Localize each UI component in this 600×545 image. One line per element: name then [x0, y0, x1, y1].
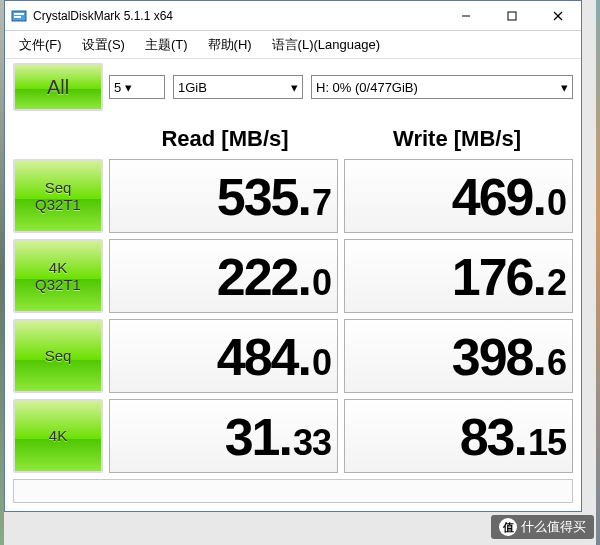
svg-rect-1 [14, 13, 24, 15]
runs-select[interactable]: 5▾ [109, 75, 165, 99]
close-button[interactable] [535, 1, 581, 31]
write-value-cell: 83.15 [344, 399, 573, 473]
test-label-line1: Seq [45, 347, 72, 364]
write-int: 176 [452, 240, 533, 314]
write-frac: 2 [547, 246, 566, 320]
size-value: 1GiB [178, 80, 207, 95]
svg-rect-4 [508, 12, 516, 20]
menu-settings[interactable]: 设置(S) [72, 33, 135, 57]
status-bar [13, 479, 573, 503]
run-seq-button[interactable]: Seq [13, 319, 103, 393]
drive-value: H: 0% (0/477GiB) [316, 80, 418, 95]
test-buttons-column: All [13, 63, 103, 111]
menu-help[interactable]: 帮助(H) [198, 33, 262, 57]
write-header: Write [MB/s] [341, 126, 573, 152]
result-header-row: Read [MB/s] Write [MB/s] [5, 119, 581, 159]
write-frac: 15 [528, 406, 566, 480]
read-value-cell: 535.7 [109, 159, 338, 233]
write-value-cell: 398.6 [344, 319, 573, 393]
read-value-cell: 484.0 [109, 319, 338, 393]
read-int: 535 [217, 160, 298, 234]
background-sliver-right [596, 0, 600, 545]
menu-file[interactable]: 文件(F) [9, 33, 72, 57]
size-select[interactable]: 1GiB▾ [173, 75, 303, 99]
run-seq q32t1-button[interactable]: SeqQ32T1 [13, 159, 103, 233]
result-row: 4KQ32T1222.0176.2 [13, 239, 573, 313]
read-frac: 7 [312, 166, 331, 240]
svg-rect-2 [14, 16, 21, 18]
watermark-text: 什么值得买 [521, 518, 586, 536]
titlebar[interactable]: CrystalDiskMark 5.1.1 x64 [5, 1, 581, 31]
watermark: 值 什么值得买 [491, 515, 594, 539]
write-int: 83 [460, 400, 514, 474]
app-window: CrystalDiskMark 5.1.1 x64 文件(F) 设置(S) 主题… [4, 0, 582, 512]
test-label-line1: 4K [49, 259, 67, 276]
run-4k-button[interactable]: 4K [13, 399, 103, 473]
read-int: 484 [217, 320, 298, 394]
result-row: 4K31.3383.15 [13, 399, 573, 473]
main-area: All 5▾ 1GiB▾ H: 0% (0/477GiB)▾ [5, 59, 581, 119]
drive-select[interactable]: H: 0% (0/477GiB)▾ [311, 75, 573, 99]
menu-theme[interactable]: 主题(T) [135, 33, 198, 57]
runs-value: 5 [114, 80, 121, 95]
run-all-button[interactable]: All [13, 63, 103, 111]
read-int: 222 [217, 240, 298, 314]
write-value-cell: 176.2 [344, 239, 573, 313]
config-toolbar: 5▾ 1GiB▾ H: 0% (0/477GiB)▾ [109, 63, 573, 111]
result-row: Seq484.0398.6 [13, 319, 573, 393]
run-4k q32t1-button[interactable]: 4KQ32T1 [13, 239, 103, 313]
watermark-icon: 值 [499, 518, 517, 536]
controls-and-results: 5▾ 1GiB▾ H: 0% (0/477GiB)▾ [109, 63, 573, 111]
chevron-down-icon: ▾ [561, 80, 568, 95]
write-frac: 0 [547, 166, 566, 240]
read-header: Read [MB/s] [109, 126, 341, 152]
window-title: CrystalDiskMark 5.1.1 x64 [33, 9, 443, 23]
chevron-down-icon: ▾ [291, 80, 298, 95]
menu-language[interactable]: 语言(L)(Language) [262, 33, 390, 57]
run-all-label: All [47, 76, 69, 99]
read-value-cell: 222.0 [109, 239, 338, 313]
minimize-button[interactable] [443, 1, 489, 31]
app-icon [11, 8, 27, 24]
result-row: SeqQ32T1535.7469.0 [13, 159, 573, 233]
write-value-cell: 469.0 [344, 159, 573, 233]
test-label-line1: Seq [45, 179, 72, 196]
write-int: 469 [452, 160, 533, 234]
test-label-line2: Q32T1 [35, 276, 81, 293]
test-label-line1: 4K [49, 427, 67, 444]
read-frac: 33 [293, 406, 331, 480]
menubar: 文件(F) 设置(S) 主题(T) 帮助(H) 语言(L)(Language) [5, 31, 581, 59]
read-value-cell: 31.33 [109, 399, 338, 473]
write-frac: 6 [547, 326, 566, 400]
read-frac: 0 [312, 326, 331, 400]
test-label-line2: Q32T1 [35, 196, 81, 213]
chevron-down-icon: ▾ [125, 80, 132, 95]
read-int: 31 [225, 400, 279, 474]
read-frac: 0 [312, 246, 331, 320]
write-int: 398 [452, 320, 533, 394]
maximize-button[interactable] [489, 1, 535, 31]
results-grid: SeqQ32T1535.7469.04KQ32T1222.0176.2Seq48… [5, 159, 581, 473]
